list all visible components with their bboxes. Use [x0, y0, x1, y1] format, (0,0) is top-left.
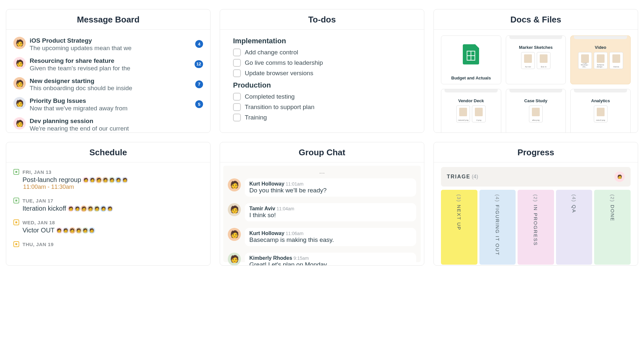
schedule-title: Schedule — [6, 142, 210, 162]
doc-tile[interactable]: Vendor Decknature2.png2.png — [441, 89, 501, 132]
todo-item[interactable]: Add change control — [233, 47, 417, 58]
attendee-avatar: 🧑 — [69, 227, 76, 234]
doc-tile[interactable]: Analyticscolor2.png — [570, 89, 631, 132]
attendee-avatar: 🧑 — [87, 205, 94, 212]
checkbox-icon[interactable] — [233, 93, 241, 101]
message-board-card[interactable]: Message Board 🧑iOS Product StrategyThe u… — [6, 9, 211, 133]
attendee-avatar: 🧑 — [122, 177, 128, 183]
attendee-avatar: 🧑 — [80, 205, 87, 212]
message-item[interactable]: 🧑Resourcing for share featureGiven the t… — [13, 54, 203, 75]
chat-message[interactable]: 🧑Kurt Holloway11:01amDo you think we'll … — [226, 175, 418, 200]
message-preview: Now that we've migrated away from — [30, 105, 191, 112]
schedule-event[interactable]: TUE, JAN 17Iteration kickoff 🧑🧑🧑🧑🧑🧑🧑 — [13, 196, 203, 217]
todo-list-heading[interactable]: Implementation — [233, 37, 417, 45]
attendee-avatar: 🧑 — [82, 227, 89, 234]
triage-row[interactable]: TRIAGE(4) 🧑 — [441, 167, 631, 187]
doc-name: Vendor Deck — [458, 98, 484, 104]
message-item[interactable]: 🧑New designer startingThis onboarding do… — [13, 75, 203, 95]
todo-item[interactable]: Update browser versions — [233, 68, 417, 78]
todo-item[interactable]: Go live comms to leadership — [233, 58, 417, 68]
doc-thumb: Scheme design… — [594, 52, 607, 69]
schedule-date: THU, JAN 19 — [13, 241, 203, 247]
message-preview: We're nearing the end of our current — [30, 125, 203, 132]
doc-thumb: Logo Mockup - dra… — [578, 52, 592, 69]
doc-tile[interactable]: Case Studyelka.png — [506, 89, 566, 132]
chat-author: Tamir Aviv — [249, 206, 275, 211]
event-title: Victor OUT — [22, 227, 55, 234]
kanban-column[interactable]: (4)FIGURING IT OUT — [479, 190, 516, 265]
column-name: IN PROGRESS — [533, 205, 538, 246]
attendee-avatars: 🧑🧑🧑🧑🧑🧑 — [57, 227, 95, 234]
chat-author: Kurt Holloway — [249, 230, 285, 236]
avatar: 🧑 — [13, 37, 26, 49]
doc-tile[interactable]: VideoLogo Mockup - dra…Scheme design…Han… — [570, 35, 631, 84]
chat-message[interactable]: 🧑Kimberly Rhodes9:15amGreat! Let's plan … — [226, 249, 418, 265]
todo-text: Completed testing — [245, 93, 295, 100]
column-count: (4) — [495, 194, 500, 202]
kanban-column[interactable]: (3)NEXT UP — [441, 190, 477, 265]
kanban-column[interactable]: (2)DONE — [594, 190, 631, 265]
avatar: 🧑 — [228, 203, 241, 216]
chat-message[interactable]: 🧑Kurt Holloway11:06amBasecamp is making … — [226, 225, 418, 249]
unread-badge: 5 — [195, 100, 203, 108]
message-title: Dev planning session — [30, 117, 203, 125]
chat-text: Basecamp is making this easy. — [249, 236, 412, 244]
event-time: 11:00am - 11:30am — [13, 184, 203, 190]
checkbox-icon[interactable] — [233, 103, 241, 111]
avatar: 🧑 — [13, 57, 26, 69]
todo-item[interactable]: Transition to support plan — [233, 102, 417, 112]
column-count: (2) — [610, 194, 615, 202]
schedule-date: WED, JAN 18 — [13, 219, 203, 225]
doc-name: Case Study — [524, 98, 548, 104]
checkbox-icon[interactable] — [233, 59, 241, 67]
schedule-event[interactable]: WED, JAN 18Victor OUT 🧑🧑🧑🧑🧑🧑 — [13, 217, 203, 239]
docs-card[interactable]: Docs & Files Budget and ActualsMarker Sk… — [433, 9, 638, 133]
message-item[interactable]: 🧑iOS Product StrategyThe upcoming update… — [13, 34, 203, 54]
calendar-icon — [13, 219, 19, 225]
message-item[interactable]: 🧑Priority Bug IssuesNow that we've migra… — [13, 94, 203, 115]
chat-text: I think so! — [249, 212, 412, 219]
chat-time: 11:04am — [276, 206, 294, 211]
doc-thumb: 2.png — [472, 105, 486, 122]
progress-card[interactable]: Progress TRIAGE(4) 🧑 (3)NEXT UP(4)FIGURI… — [433, 142, 638, 266]
column-name: DONE — [610, 205, 615, 221]
doc-thumb: Hanna — [609, 52, 623, 69]
attendee-avatar: 🧑 — [100, 205, 107, 212]
attendee-avatar: 🧑 — [74, 205, 80, 212]
todos-body: ImplementationAdd change controlGo live … — [220, 30, 424, 132]
chat-message[interactable]: 🧑Tamir Aviv11:04amI think so! — [226, 200, 418, 225]
chat-time: 11:06am — [286, 231, 303, 236]
todo-text: Update browser versions — [245, 70, 313, 77]
checkbox-icon[interactable] — [233, 49, 241, 56]
todos-card[interactable]: To-dos ImplementationAdd change controlG… — [220, 9, 424, 133]
message-preview: This onboarding doc should be inside — [30, 85, 191, 92]
chat-card[interactable]: Group Chat … 🧑Kurt Holloway11:01amDo you… — [220, 142, 424, 266]
message-preview: Given the team's revised plan for the — [30, 65, 191, 72]
attendee-avatar: 🧑 — [107, 205, 113, 212]
todo-item[interactable]: Completed testing — [233, 91, 417, 102]
message-title: New designer starting — [30, 77, 191, 85]
message-preview: The upcoming updates mean that we — [30, 45, 191, 52]
attendee-avatar: 🧑 — [76, 227, 82, 234]
chat-ellipsis: … — [226, 168, 418, 175]
doc-tile[interactable]: Marker SketchesAd minEve nt — [506, 35, 566, 84]
schedule-event[interactable]: THU, JAN 19 — [13, 239, 203, 252]
todo-list-heading[interactable]: Production — [233, 81, 417, 90]
checkbox-icon[interactable] — [233, 114, 241, 121]
attendee-avatar: 🧑 — [115, 177, 122, 183]
todo-item[interactable]: Training — [233, 112, 417, 123]
schedule-card[interactable]: Schedule FRI, JAN 13Post-launch regroup … — [6, 142, 211, 266]
kanban-columns: (3)NEXT UP(4)FIGURING IT OUT(2)IN PROGRE… — [441, 190, 631, 265]
cards-grid: Message Board 🧑iOS Product StrategyThe u… — [6, 9, 638, 266]
attendee-avatar: 🧑 — [56, 227, 63, 234]
doc-thumb: Eve nt — [537, 52, 550, 69]
message-item[interactable]: 🧑Dev planning sessionWe're nearing the e… — [13, 115, 203, 132]
kanban-column[interactable]: (4)QA — [556, 190, 593, 265]
column-name: QA — [571, 205, 577, 213]
chat-author: Kurt Holloway — [249, 181, 285, 187]
kanban-column[interactable]: (2)IN PROGRESS — [518, 190, 554, 265]
todo-text: Go live comms to leadership — [245, 59, 323, 66]
checkbox-icon[interactable] — [233, 69, 241, 77]
schedule-event[interactable]: FRI, JAN 13Post-launch regroup 🧑🧑🧑🧑🧑🧑🧑11… — [13, 167, 203, 196]
doc-tile[interactable]: Budget and Actuals — [441, 35, 501, 84]
